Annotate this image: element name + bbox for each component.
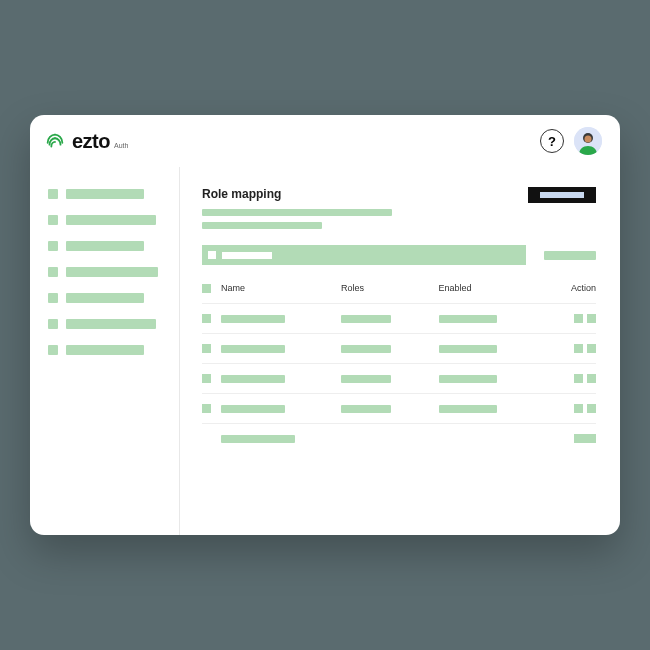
table-row[interactable] [202, 393, 596, 423]
row-action-2[interactable] [587, 344, 596, 353]
nav-icon [48, 345, 58, 355]
table-row[interactable] [202, 333, 596, 363]
sidebar-item-label [66, 267, 158, 277]
cell-enabled [439, 405, 537, 413]
cell-enabled [439, 345, 537, 353]
primary-action-label [540, 192, 584, 198]
checkbox-icon [202, 404, 211, 413]
row-action-2[interactable] [574, 434, 596, 443]
primary-action-button[interactable] [528, 187, 596, 203]
checkbox-icon [202, 374, 211, 383]
table-row[interactable] [202, 303, 596, 333]
table-row[interactable] [202, 363, 596, 393]
nav-icon [48, 189, 58, 199]
avatar[interactable] [574, 127, 602, 155]
sidebar-item[interactable] [48, 319, 165, 329]
row-action-1[interactable] [574, 374, 583, 383]
cell-roles [341, 315, 439, 323]
nav-icon [48, 215, 58, 225]
role-table: Name Roles Enabled Action [202, 279, 596, 453]
cell-name [221, 315, 341, 323]
select-all-cell[interactable] [202, 284, 221, 293]
topbar-actions: ? [540, 127, 602, 155]
cell-actions [536, 374, 596, 383]
sidebar-item[interactable] [48, 345, 165, 355]
filter-icon [208, 251, 216, 259]
col-header-action: Action [536, 283, 596, 293]
avatar-icon [574, 127, 602, 155]
fingerprint-icon [44, 130, 66, 152]
sidebar [30, 167, 180, 535]
row-checkbox[interactable] [202, 404, 221, 413]
checkbox-icon [202, 284, 211, 293]
main-content: Role mapping Name [180, 167, 620, 535]
brand-logo[interactable]: ezto Auth [44, 130, 128, 153]
app-window: ezto Auth ? [30, 115, 620, 535]
sidebar-item-label [66, 293, 144, 303]
col-header-roles: Roles [341, 283, 439, 293]
checkbox-icon [202, 344, 211, 353]
filter-placeholder [222, 252, 272, 259]
row-action-2[interactable] [587, 374, 596, 383]
sidebar-item-label [66, 241, 144, 251]
cell-roles [341, 405, 439, 413]
brand-name: ezto [72, 130, 110, 153]
help-icon: ? [548, 134, 556, 149]
checkbox-icon [202, 314, 211, 323]
sidebar-item[interactable] [48, 189, 165, 199]
cell-name [221, 405, 341, 413]
cell-roles [341, 345, 439, 353]
page-subtitle-2 [202, 222, 322, 229]
sidebar-item-label [66, 345, 144, 355]
sidebar-item-label [66, 319, 156, 329]
cell-actions [536, 344, 596, 353]
row-checkbox[interactable] [202, 374, 221, 383]
page-subtitle [202, 209, 392, 216]
sidebar-item[interactable] [48, 267, 165, 277]
row-checkbox[interactable] [202, 344, 221, 353]
row-action-2[interactable] [587, 404, 596, 413]
cell-name [221, 345, 341, 353]
col-header-name: Name [221, 283, 341, 293]
row-action-1[interactable] [574, 314, 583, 323]
cell-actions [536, 404, 596, 413]
row-action-2[interactable] [587, 314, 596, 323]
filter-row [202, 245, 596, 265]
row-action-1[interactable] [574, 404, 583, 413]
help-button[interactable]: ? [540, 129, 564, 153]
cell-enabled [439, 375, 537, 383]
nav-icon [48, 319, 58, 329]
sidebar-item-label [66, 215, 156, 225]
brand-subtitle: Auth [114, 142, 128, 149]
sidebar-item[interactable] [48, 241, 165, 251]
table-row[interactable] [202, 423, 596, 453]
cell-actions [536, 314, 596, 323]
col-header-enabled: Enabled [439, 283, 537, 293]
body: Role mapping Name [30, 167, 620, 535]
sidebar-item[interactable] [48, 215, 165, 225]
nav-icon [48, 293, 58, 303]
row-action-1[interactable] [574, 344, 583, 353]
filter-input[interactable] [202, 245, 526, 265]
sidebar-item-label [66, 189, 144, 199]
cell-roles [341, 375, 439, 383]
filter-apply-button[interactable] [544, 251, 596, 260]
cell-enabled [439, 315, 537, 323]
sidebar-item[interactable] [48, 293, 165, 303]
page-title: Role mapping [202, 187, 281, 201]
table-header: Name Roles Enabled Action [202, 279, 596, 303]
nav-icon [48, 241, 58, 251]
nav-icon [48, 267, 58, 277]
cell-actions [536, 434, 596, 443]
page-header: Role mapping [202, 187, 596, 203]
row-checkbox[interactable] [202, 314, 221, 323]
cell-name [221, 435, 341, 443]
svg-point-2 [585, 136, 592, 143]
cell-name [221, 375, 341, 383]
topbar: ezto Auth ? [30, 115, 620, 167]
